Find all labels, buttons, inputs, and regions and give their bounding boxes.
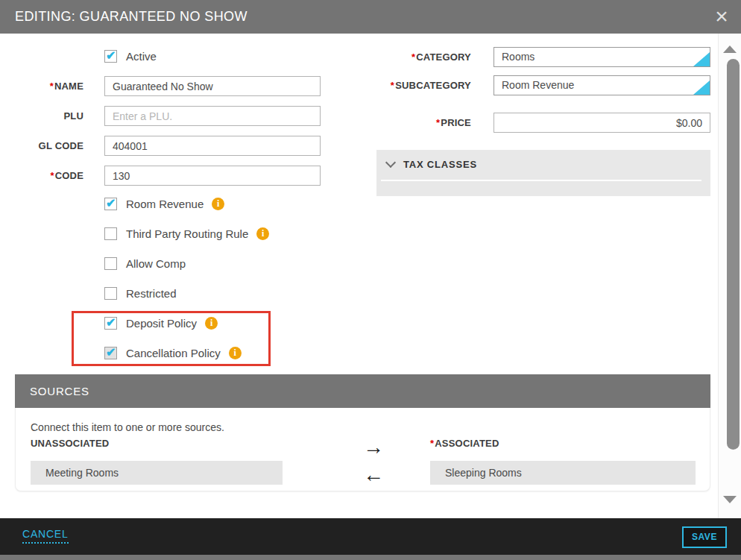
info-icon[interactable] — [256, 227, 269, 240]
active-checkbox[interactable] — [104, 50, 117, 63]
tax-classes-section[interactable]: TAX CLASSES — [376, 150, 710, 196]
chevron-down-icon — [385, 157, 396, 168]
gl-code-field-row: GL CODE — [0, 136, 328, 156]
dropdown-corner-icon — [693, 81, 710, 95]
name-input[interactable] — [104, 76, 321, 96]
name-field-row: *NAME — [0, 76, 328, 96]
category-select[interactable]: Rooms — [494, 47, 710, 67]
move-right-arrow-icon[interactable]: → — [351, 437, 396, 458]
restricted-checkbox[interactable] — [104, 287, 117, 300]
modal-footer: CANCEL SAVE — [0, 518, 741, 555]
subcategory-select[interactable]: Room Revenue — [494, 75, 710, 95]
active-checkbox-row: Active — [104, 49, 157, 63]
subcategory-label: *SUBCATEGORY — [328, 75, 471, 95]
dropdown-corner-icon — [693, 52, 710, 66]
plu-field-row: PLU — [0, 106, 328, 126]
checkbox-row-restricted: Restricted — [104, 286, 177, 300]
unassociated-list-item[interactable]: Meeting Rooms — [31, 461, 283, 485]
sources-header: SOURCES — [15, 374, 710, 408]
modal-body: Active *NAME PLU GL CODE *CODE Room Reve… — [0, 34, 718, 518]
plu-input[interactable] — [104, 106, 321, 126]
plu-label: PLU — [0, 106, 83, 126]
save-button[interactable]: SAVE — [682, 526, 727, 548]
price-input[interactable] — [494, 113, 710, 133]
checkbox-row-cancellation-policy: Cancellation Policy — [104, 346, 242, 359]
required-asterisk: * — [430, 438, 434, 449]
close-icon[interactable]: × — [708, 4, 735, 31]
deposit-policy-checkbox[interactable] — [104, 317, 117, 330]
allow-comp-checkbox[interactable] — [104, 257, 117, 270]
modal-header: EDITING: GUARANTEED NO SHOW × — [0, 0, 741, 34]
modal-title: EDITING: GUARANTEED NO SHOW — [0, 9, 247, 25]
unassociated-label: UNASSOCIATED — [31, 438, 109, 449]
required-asterisk: * — [391, 80, 394, 91]
info-icon[interactable] — [229, 347, 242, 359]
edit-item-modal: EDITING: GUARANTEED NO SHOW × Active *NA… — [0, 0, 741, 560]
cancellation-policy-checkbox[interactable] — [104, 347, 117, 359]
code-label: *CODE — [0, 166, 83, 186]
gl-code-label: GL CODE — [0, 136, 83, 156]
required-asterisk: * — [50, 170, 54, 181]
sources-title: SOURCES — [30, 385, 89, 397]
required-asterisk: * — [436, 117, 440, 128]
checkbox-row-deposit-policy: Deposit Policy — [104, 316, 218, 330]
scroll-up-icon[interactable] — [723, 45, 737, 53]
code-field-row: *CODE — [0, 166, 328, 186]
required-asterisk: * — [50, 81, 54, 92]
checkbox-row-room-revenue: Room Revenue — [104, 197, 224, 210]
vertical-scrollbar[interactable] — [718, 34, 741, 518]
sources-description: Connect this item to one or more sources… — [31, 421, 224, 433]
move-left-arrow-icon[interactable]: ← — [351, 465, 396, 485]
checkbox-row-allow-comp: Allow Comp — [104, 257, 186, 270]
info-icon[interactable] — [205, 317, 218, 330]
third-party-routing-rule-checkbox[interactable] — [104, 227, 117, 240]
scroll-down-icon[interactable] — [723, 496, 737, 503]
category-label: *CATEGORY — [328, 47, 471, 67]
tax-classes-divider — [381, 180, 701, 181]
active-label: Active — [126, 50, 157, 63]
sources-panel: SOURCES Connect this item to one or more… — [15, 374, 710, 491]
associated-list-item[interactable]: Sleeping Rooms — [430, 461, 696, 485]
price-label: *PRICE — [328, 113, 471, 133]
required-asterisk: * — [412, 51, 415, 63]
scrollbar-thumb[interactable] — [727, 59, 740, 450]
info-icon[interactable] — [212, 198, 224, 210]
associated-label: *ASSOCIATED — [430, 438, 499, 449]
room-revenue-checkbox[interactable] — [104, 198, 117, 210]
cancel-button[interactable]: CANCEL — [22, 528, 69, 544]
window-edge — [0, 555, 741, 560]
code-input[interactable] — [104, 166, 321, 186]
name-label: *NAME — [0, 76, 83, 96]
checkbox-row-third-party-routing-rule: Third Party Routing Rule — [104, 227, 269, 240]
tax-classes-title: TAX CLASSES — [403, 159, 477, 170]
gl-code-input[interactable] — [104, 136, 321, 156]
